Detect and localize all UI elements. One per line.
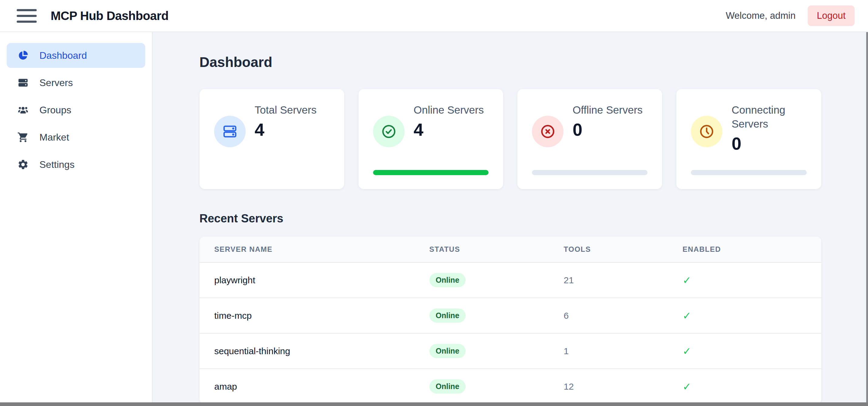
- status-badge: Online: [429, 344, 466, 358]
- stat-card-label: Total Servers: [255, 103, 317, 117]
- sidebar-item-groups[interactable]: Groups: [7, 98, 145, 123]
- server-name: amap: [199, 369, 429, 402]
- sidebar-item-label: Servers: [39, 77, 73, 89]
- stat-card-connecting-servers: Connecting Servers 0: [676, 89, 821, 189]
- sidebar-item-dashboard[interactable]: Dashboard: [7, 43, 145, 68]
- sidebar-item-label: Dashboard: [39, 50, 87, 61]
- stat-card-value: 4: [255, 120, 317, 140]
- table-header-row: SERVER NAME STATUS TOOLS ENABLED: [199, 237, 821, 262]
- enabled-check-icon: ✓: [683, 262, 821, 298]
- logout-button[interactable]: Logout: [808, 5, 855, 26]
- status-badge: Online: [429, 308, 466, 323]
- tools-count: 6: [564, 298, 683, 333]
- pie-chart-icon: [17, 49, 29, 62]
- connecting-progress-bar: [691, 170, 806, 175]
- status-badge: Online: [429, 379, 466, 394]
- sidebar-item-label: Settings: [39, 159, 74, 170]
- clock-icon: [691, 116, 722, 147]
- sidebar-item-label: Market: [39, 132, 69, 143]
- stat-card-label: Connecting Servers: [732, 103, 806, 131]
- x-circle-icon: [532, 116, 563, 147]
- table-row: sequential-thinking Online 1 ✓: [199, 333, 821, 369]
- table-row: playwright Online 21 ✓: [199, 262, 821, 298]
- stat-card-value: 0: [572, 120, 643, 140]
- server-name: time-mcp: [199, 298, 429, 333]
- sidebar-item-servers[interactable]: Servers: [7, 70, 145, 95]
- table-row: time-mcp Online 6 ✓: [199, 298, 821, 333]
- status-badge: Online: [429, 273, 466, 287]
- table-row: amap Online 12 ✓: [199, 369, 821, 402]
- column-header-server-name: SERVER NAME: [199, 237, 429, 262]
- server-stack-icon: [17, 77, 29, 89]
- check-circle-icon: [373, 116, 405, 147]
- sidebar-item-market[interactable]: Market: [7, 125, 145, 150]
- sidebar-item-label: Groups: [39, 104, 71, 116]
- enabled-check-icon: ✓: [683, 333, 821, 369]
- main-content: Dashboard Total Servers 4: [153, 32, 868, 402]
- vertical-scrollbar[interactable]: [866, 32, 868, 406]
- stat-card-value: 0: [732, 133, 806, 154]
- server-name: playwright: [199, 262, 429, 298]
- stat-card-value: 4: [414, 120, 484, 140]
- stat-card-online-servers: Online Servers 4: [359, 89, 503, 189]
- stat-card-total-servers: Total Servers 4: [199, 89, 344, 189]
- online-progress-bar: [373, 170, 489, 175]
- users-group-icon: [17, 104, 29, 116]
- menu-icon[interactable]: [17, 9, 37, 23]
- recent-servers-heading: Recent Servers: [199, 212, 821, 225]
- enabled-check-icon: ✓: [683, 369, 821, 402]
- app-title: MCP Hub Dashboard: [51, 9, 168, 23]
- gear-icon: [17, 159, 29, 171]
- stat-card-offline-servers: Offline Servers 0: [518, 89, 662, 189]
- tools-count: 1: [564, 333, 683, 369]
- enabled-check-icon: ✓: [683, 298, 821, 333]
- stat-cards-row: Total Servers 4 Online Servers 4: [199, 89, 821, 189]
- welcome-text: Welcome, admin: [726, 10, 796, 21]
- stat-card-label: Offline Servers: [572, 103, 643, 117]
- sidebar: Dashboard Servers Groups Market Settings: [0, 32, 153, 402]
- sidebar-item-settings[interactable]: Settings: [7, 152, 145, 177]
- column-header-enabled: ENABLED: [683, 237, 821, 262]
- app-header: MCP Hub Dashboard Welcome, admin Logout: [0, 0, 868, 32]
- page-title: Dashboard: [199, 54, 821, 70]
- bottom-scrollbar[interactable]: [0, 402, 868, 406]
- recent-servers-table: SERVER NAME STATUS TOOLS ENABLED playwri…: [199, 237, 821, 402]
- tools-count: 12: [564, 369, 683, 402]
- column-header-status: STATUS: [429, 237, 564, 262]
- shopping-cart-icon: [17, 131, 29, 143]
- offline-progress-bar: [532, 170, 648, 175]
- server-name: sequential-thinking: [199, 333, 429, 369]
- stat-card-label: Online Servers: [414, 103, 484, 117]
- tools-count: 21: [564, 262, 683, 298]
- column-header-tools: TOOLS: [564, 237, 683, 262]
- server-icon: [214, 116, 246, 147]
